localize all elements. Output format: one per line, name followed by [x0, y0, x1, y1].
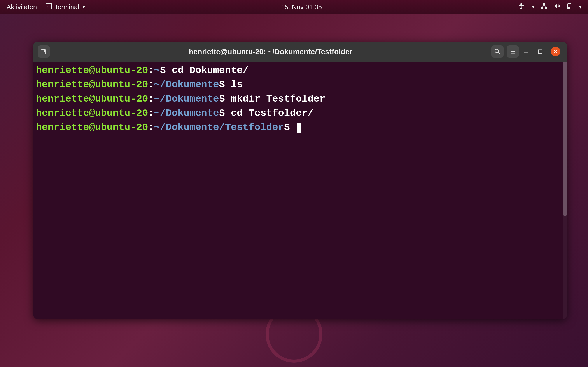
- prompt-user-host: henriette@ubuntu-20: [36, 93, 148, 105]
- svg-line-13: [498, 52, 500, 54]
- svg-rect-18: [539, 50, 542, 53]
- maximize-button[interactable]: [536, 48, 544, 56]
- command-text: [225, 79, 231, 90]
- prompt-path: ~: [154, 65, 160, 76]
- command-text: [225, 108, 231, 119]
- close-button[interactable]: [551, 47, 561, 56]
- svg-rect-8: [568, 8, 571, 8]
- prompt-char: $: [284, 122, 290, 133]
- menubar-left: Aktivitäten Terminal ▾: [7, 3, 85, 11]
- command-text: [290, 122, 296, 133]
- prompt-user-host: henriette@ubuntu-20: [36, 122, 148, 133]
- terminal-window: henriette@ubuntu-20: ~/Dokumente/Testfol…: [33, 42, 567, 319]
- window-title: henriette@ubuntu-20: ~/Dokumente/Testfol…: [53, 47, 488, 56]
- chevron-down-icon: ▾: [532, 4, 534, 10]
- terminal-line: henriette@ubuntu-20:~/Dokumente$ cd Test…: [36, 106, 564, 120]
- network-icon[interactable]: [541, 3, 547, 11]
- gnome-top-bar: Aktivitäten Terminal ▾ 15. Nov 01:35 ▾ ▾: [0, 0, 588, 14]
- prompt-char: $: [219, 108, 225, 119]
- app-menu-label: Terminal: [54, 3, 79, 11]
- terminal-line: henriette@ubuntu-20:~$ cd Dokumente/: [36, 63, 564, 78]
- battery-icon[interactable]: [567, 3, 572, 11]
- svg-rect-7: [569, 3, 570, 3]
- command-text: [225, 93, 231, 105]
- window-controls: [522, 47, 563, 56]
- terminal-body[interactable]: henriette@ubuntu-20:~$ cd Dokumente/ hen…: [33, 62, 567, 319]
- system-tray: ▾ ▾: [518, 3, 581, 11]
- svg-point-12: [495, 49, 499, 53]
- prompt-char: $: [219, 79, 225, 90]
- minimize-button[interactable]: [522, 48, 530, 56]
- prompt-path: ~/Dokumente: [154, 79, 219, 90]
- prompt-char: $: [219, 93, 225, 105]
- terminal-cursor: [297, 123, 302, 133]
- prompt-char: $: [160, 65, 166, 76]
- svg-point-2: [520, 3, 522, 5]
- hamburger-menu-button[interactable]: [507, 45, 519, 58]
- search-button[interactable]: [491, 45, 503, 58]
- prompt-user-host: henriette@ubuntu-20: [36, 79, 148, 90]
- new-tab-button[interactable]: [38, 45, 50, 58]
- prompt-sep: :: [148, 93, 154, 105]
- command-text: [166, 65, 172, 76]
- command-text: ls: [231, 79, 242, 90]
- chevron-down-icon: ▾: [579, 4, 581, 10]
- command-text: cd Testfolder/: [231, 108, 313, 119]
- svg-rect-0: [45, 3, 52, 9]
- chevron-down-icon: ▾: [83, 4, 85, 10]
- activities-button[interactable]: Aktivitäten: [7, 3, 37, 11]
- terminal-line: henriette@ubuntu-20:~/Dokumente$ mkdir T…: [36, 92, 564, 106]
- command-text: cd Dokumente/: [172, 65, 249, 76]
- prompt-path: ~/Dokumente: [154, 108, 219, 119]
- scrollbar-thumb[interactable]: [563, 62, 567, 216]
- command-text: mkdir Testfolder: [231, 93, 325, 105]
- prompt-user-host: henriette@ubuntu-20: [36, 65, 148, 76]
- volume-icon[interactable]: [554, 3, 561, 11]
- prompt-sep: :: [148, 108, 154, 119]
- terminal-line: henriette@ubuntu-20:~/Dokumente/Testfold…: [36, 120, 564, 134]
- prompt-sep: :: [148, 79, 154, 90]
- app-menu[interactable]: Terminal ▾: [45, 3, 85, 11]
- prompt-user-host: henriette@ubuntu-20: [36, 108, 148, 119]
- prompt-path: ~/Dokumente/Testfolder: [154, 122, 284, 133]
- scrollbar[interactable]: [563, 62, 567, 319]
- prompt-path: ~/Dokumente: [154, 93, 219, 105]
- window-titlebar[interactable]: henriette@ubuntu-20: ~/Dokumente/Testfol…: [33, 42, 567, 62]
- prompt-sep: :: [148, 122, 154, 133]
- clock[interactable]: 15. Nov 01:35: [85, 3, 518, 11]
- accessibility-icon[interactable]: [518, 3, 525, 11]
- prompt-sep: :: [148, 65, 154, 76]
- terminal-app-icon: [45, 3, 52, 10]
- terminal-line: henriette@ubuntu-20:~/Dokumente$ ls: [36, 78, 564, 92]
